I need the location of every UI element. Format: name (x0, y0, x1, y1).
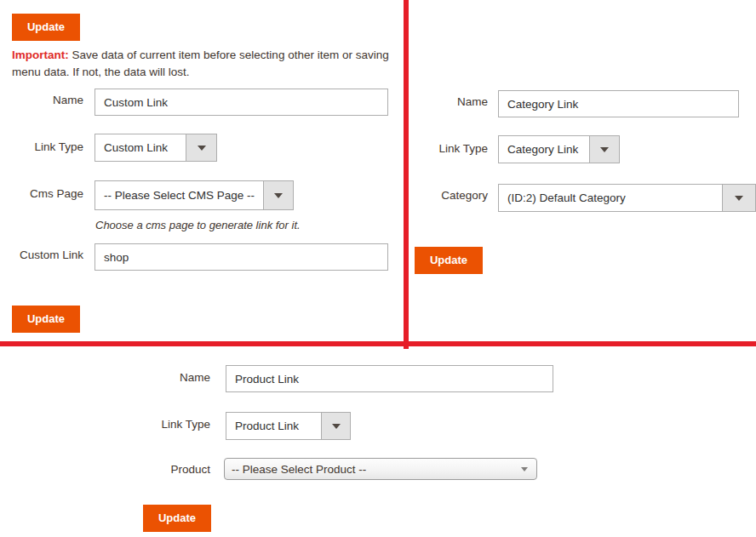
update-button-custom-bottom[interactable]: Update (12, 306, 80, 333)
chevron-down-icon[interactable] (589, 136, 619, 163)
category-select[interactable]: (ID:2) Default Category (498, 184, 756, 212)
custom-link-type-value: Custom Link (95, 134, 186, 161)
product-name-input[interactable] (226, 365, 553, 392)
menu-item-editor-page: Update Important: Save data of current i… (0, 0, 756, 537)
category-link-type-value: Category Link (499, 136, 589, 163)
product-select[interactable]: -- Please Select Product -- (224, 458, 537, 480)
update-button-product[interactable]: Update (143, 505, 211, 532)
important-warning-bold: Important: (12, 49, 69, 61)
cms-page-label: Cms Page (0, 187, 83, 200)
update-button-custom-top[interactable]: Update (12, 14, 80, 41)
category-link-type-select[interactable]: Category Link (498, 135, 620, 163)
product-link-type-value: Product Link (226, 413, 321, 439)
product-link-type-label: Link Type (128, 418, 210, 431)
custom-link-url-label: Custom Link (0, 249, 83, 261)
category-label: Category (405, 189, 488, 202)
caret-down-icon (600, 147, 609, 152)
custom-name-input[interactable] (94, 89, 388, 116)
chevron-down-icon[interactable] (263, 181, 293, 209)
custom-name-label: Name (0, 94, 83, 106)
caret-down-icon (735, 196, 743, 201)
caret-down-icon (521, 467, 528, 471)
chevron-down-icon[interactable] (722, 185, 755, 211)
horizontal-divider-line (0, 341, 756, 346)
custom-link-type-label: Link Type (0, 140, 83, 153)
category-value: (ID:2) Default Category (499, 185, 722, 211)
custom-link-url-input[interactable] (94, 243, 388, 271)
caret-down-icon (198, 146, 206, 151)
cms-page-helper-note: Choose a cms page to generate link for i… (95, 219, 301, 231)
product-label: Product (128, 463, 210, 476)
chevron-down-icon[interactable] (186, 134, 216, 161)
product-name-label: Name (128, 371, 210, 384)
category-name-label: Name (405, 95, 488, 108)
cms-page-select[interactable]: -- Please Select CMS Page -- (94, 180, 294, 210)
caret-down-icon (332, 424, 341, 429)
category-link-type-label: Link Type (405, 142, 488, 155)
update-button-category[interactable]: Update (415, 247, 483, 274)
product-select-value: -- Please Select Product -- (225, 463, 521, 476)
vertical-divider-line (404, 0, 409, 349)
important-warning: Important: Save data of current item bef… (12, 47, 395, 81)
category-name-input[interactable] (498, 90, 739, 117)
cms-page-value: -- Please Select CMS Page -- (95, 181, 263, 209)
product-link-type-select[interactable]: Product Link (226, 412, 351, 440)
chevron-down-icon[interactable] (321, 413, 350, 439)
important-warning-text: Save data of current item before selecti… (12, 49, 389, 78)
custom-link-type-select[interactable]: Custom Link (94, 134, 217, 162)
caret-down-icon (274, 193, 283, 198)
